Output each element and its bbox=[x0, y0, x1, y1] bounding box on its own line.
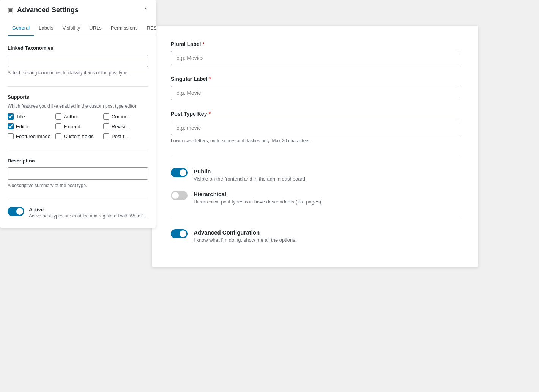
right-divider-2 bbox=[171, 217, 459, 217]
post-type-key-group: Post Type Key * Lower case letters, unde… bbox=[171, 111, 459, 143]
public-toggle-slider bbox=[171, 168, 188, 177]
advanced-config-toggle-slider bbox=[171, 229, 188, 238]
panel-header: ▣ Advanced Settings ⌃ bbox=[0, 0, 156, 20]
tab-general[interactable]: General bbox=[8, 20, 34, 36]
right-divider-1 bbox=[171, 156, 459, 156]
tab-visibility[interactable]: Visibility bbox=[58, 20, 85, 36]
checkbox-author-input[interactable] bbox=[55, 113, 61, 120]
supports-desc: Which features you'd like enabled in the… bbox=[8, 104, 148, 109]
plural-label-required: * bbox=[202, 41, 204, 47]
active-toggle-desc: Active post types are enabled and regist… bbox=[29, 213, 147, 219]
public-toggle-desc: Visible on the frontend and in the admin… bbox=[194, 176, 307, 182]
public-toggle-row: Public Visible on the frontend and in th… bbox=[171, 168, 459, 182]
checkbox-post-formats-label: Post f... bbox=[112, 134, 128, 139]
public-toggle-label: Public bbox=[194, 168, 307, 175]
linked-taxonomies-input[interactable] bbox=[8, 55, 148, 67]
panel-title: Advanced Settings bbox=[17, 6, 79, 14]
checkbox-editor-label: Editor bbox=[16, 124, 29, 129]
divider-1 bbox=[8, 86, 148, 87]
advanced-config-toggle-label: Advanced Configuration bbox=[194, 229, 296, 236]
plural-label-group: Plural Label * bbox=[171, 41, 459, 65]
checkbox-excerpt-input[interactable] bbox=[55, 123, 61, 129]
public-toggle-info: Public Visible on the frontend and in th… bbox=[194, 168, 307, 182]
checkbox-featured-image-input[interactable] bbox=[8, 133, 14, 139]
checkbox-author[interactable]: Author bbox=[55, 113, 100, 120]
divider-3 bbox=[8, 199, 148, 199]
checkbox-excerpt[interactable]: Excerpt bbox=[55, 123, 100, 129]
tab-permissions[interactable]: Permissions bbox=[106, 20, 142, 36]
checkbox-custom-fields-input[interactable] bbox=[55, 133, 61, 139]
description-input[interactable] bbox=[8, 167, 148, 180]
hierarchical-toggle-desc: Hierarchical post types can have descend… bbox=[194, 199, 323, 205]
document-icon: ▣ bbox=[8, 6, 13, 14]
description-desc: A descriptive summary of the post type. bbox=[8, 183, 148, 188]
checkbox-title-input[interactable] bbox=[8, 113, 14, 120]
panel-content: Linked Taxonomies Select existing taxono… bbox=[0, 36, 156, 228]
right-panel: Plural Label * Singular Label * Post Typ… bbox=[152, 26, 478, 267]
checkbox-comments[interactable]: Comm... bbox=[103, 113, 148, 120]
active-toggle-row: Active Active post types are enabled and… bbox=[8, 207, 148, 219]
checkbox-revisions-input[interactable] bbox=[103, 123, 109, 129]
checkbox-featured-image-label: Featured image bbox=[16, 134, 50, 139]
supports-label: Supports bbox=[8, 94, 148, 100]
advanced-config-toggle-info: Advanced Configuration I know what I'm d… bbox=[194, 229, 296, 243]
checkbox-comments-label: Comm... bbox=[112, 114, 130, 120]
advanced-config-toggle[interactable] bbox=[171, 229, 188, 238]
divider-2 bbox=[8, 150, 148, 150]
linked-taxonomies-desc: Select existing taxonomies to classify i… bbox=[8, 70, 148, 76]
public-toggle[interactable] bbox=[171, 168, 188, 177]
tab-labels[interactable]: Labels bbox=[34, 20, 58, 36]
checkbox-featured-image[interactable]: Featured image bbox=[8, 133, 52, 139]
singular-label-required: * bbox=[209, 76, 211, 82]
collapse-icon[interactable]: ⌃ bbox=[143, 7, 148, 13]
checkbox-revisions[interactable]: Revisi... bbox=[103, 123, 148, 129]
checkbox-comments-input[interactable] bbox=[103, 113, 109, 120]
plural-label-input[interactable] bbox=[171, 51, 459, 65]
hierarchical-toggle-row: Hierarchical Hierarchical post types can… bbox=[171, 191, 459, 205]
post-type-key-note: Lower case letters, underscores and dash… bbox=[171, 138, 459, 143]
description-section: Description A descriptive summary of the… bbox=[8, 158, 148, 188]
linked-taxonomies-section: Linked Taxonomies Select existing taxono… bbox=[8, 45, 148, 76]
supports-section: Supports Which features you'd like enabl… bbox=[8, 94, 148, 139]
tab-urls[interactable]: URLs bbox=[85, 20, 106, 36]
checkbox-post-formats-input[interactable] bbox=[103, 133, 109, 139]
checkbox-editor-input[interactable] bbox=[8, 123, 14, 129]
checkbox-title-label: Title bbox=[16, 114, 25, 120]
description-label: Description bbox=[8, 158, 148, 164]
advanced-config-toggle-desc: I know what I'm doing, show me all the o… bbox=[194, 237, 296, 243]
checkbox-custom-fields-label: Custom fields bbox=[64, 134, 94, 139]
singular-label-group: Singular Label * bbox=[171, 76, 459, 100]
active-toggle-slider bbox=[8, 207, 24, 216]
post-type-key-input[interactable] bbox=[171, 121, 459, 135]
active-toggle-label: Active bbox=[29, 207, 147, 213]
checkbox-title[interactable]: Title bbox=[8, 113, 52, 120]
advanced-config-toggle-row: Advanced Configuration I know what I'm d… bbox=[171, 229, 459, 243]
checkbox-custom-fields[interactable]: Custom fields bbox=[55, 133, 100, 139]
hierarchical-toggle-slider bbox=[171, 191, 188, 200]
panel-header-left: ▣ Advanced Settings bbox=[8, 6, 79, 14]
checkbox-excerpt-label: Excerpt bbox=[64, 124, 80, 129]
linked-taxonomies-label: Linked Taxonomies bbox=[8, 45, 148, 51]
active-toggle-info: Active Active post types are enabled and… bbox=[29, 207, 147, 219]
post-type-key-label: Post Type Key * bbox=[171, 111, 459, 117]
checkbox-author-label: Author bbox=[64, 114, 78, 120]
tab-res[interactable]: RES bbox=[142, 20, 156, 36]
singular-label-input[interactable] bbox=[171, 86, 459, 100]
checkbox-revisions-label: Revisi... bbox=[112, 124, 129, 129]
plural-label-label: Plural Label * bbox=[171, 41, 459, 47]
hierarchical-toggle-info: Hierarchical Hierarchical post types can… bbox=[194, 191, 323, 205]
singular-label-label: Singular Label * bbox=[171, 76, 459, 82]
hierarchical-toggle[interactable] bbox=[171, 191, 188, 200]
left-panel: ▣ Advanced Settings ⌃ General Labels Vis… bbox=[0, 0, 156, 228]
hierarchical-toggle-label: Hierarchical bbox=[194, 191, 323, 197]
checkbox-post-formats[interactable]: Post f... bbox=[103, 133, 148, 139]
tabs-bar: General Labels Visibility URLs Permissio… bbox=[0, 20, 156, 36]
active-toggle[interactable] bbox=[8, 207, 24, 216]
checkbox-editor[interactable]: Editor bbox=[8, 123, 52, 129]
post-type-key-required: * bbox=[208, 111, 210, 117]
supports-checkboxes: Title Author Comm... Editor Excerpt bbox=[8, 113, 148, 139]
